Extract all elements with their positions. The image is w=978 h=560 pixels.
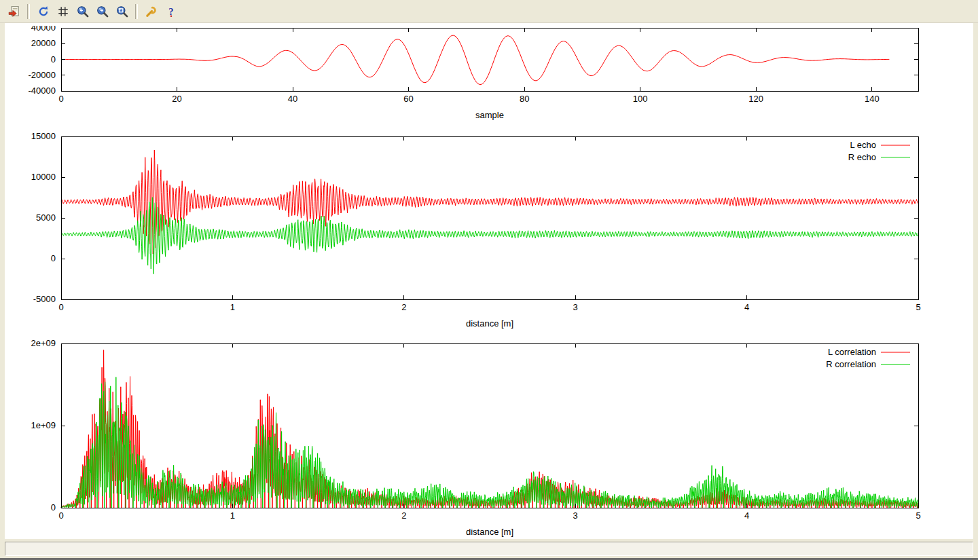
help-button[interactable]: ? (162, 2, 180, 20)
x-tick-label: 0 (58, 94, 63, 104)
replot-button[interactable] (34, 2, 52, 20)
echo-chart[interactable]: 012345-5000050001000015000distance [m]L … (5, 128, 973, 331)
legend-label: R echo (848, 152, 876, 162)
legend-label: R correlation (826, 359, 876, 369)
x-tick-label: 4 (744, 302, 749, 312)
plot-panel: 020406080100120140-40000-200000200004000… (5, 23, 973, 539)
zoom-next-button[interactable] (93, 2, 111, 20)
toggle-grid-button[interactable] (54, 2, 72, 20)
y-tick-label: 15000 (31, 131, 56, 141)
y-tick-label: 1e+09 (31, 420, 56, 430)
series-signal (61, 35, 889, 84)
x-tick-label: 60 (403, 94, 413, 104)
series-l-correlation (61, 350, 918, 508)
x-tick-label: 40 (288, 94, 297, 104)
zoom-previous-button[interactable] (73, 2, 92, 20)
x-tick-label: 5 (916, 302, 920, 312)
x-tick-label: 1 (230, 302, 235, 312)
y-tick-label: 40000 (31, 26, 56, 33)
autoscale-icon (116, 5, 128, 18)
grid-icon (57, 5, 69, 18)
x-tick-label: 80 (520, 94, 529, 104)
y-tick-label: -40000 (29, 86, 56, 96)
x-axis-label: distance [m] (466, 527, 513, 537)
correlation-chart[interactable]: 01234501e+092e+09distance [m]L correlati… (5, 331, 973, 539)
x-tick-label: 140 (865, 94, 880, 104)
y-tick-label: 5000 (36, 212, 56, 223)
zoom-next-icon (96, 5, 109, 18)
y-tick-label: 0 (51, 253, 56, 263)
series-r-correlation (61, 377, 918, 508)
series-l-echo (61, 150, 918, 254)
x-axis-label: sample (475, 110, 504, 120)
y-tick-label: 0 (51, 54, 56, 64)
toolbar-separator (27, 4, 30, 19)
x-tick-label: 100 (633, 94, 648, 104)
x-tick-label: 2 (401, 302, 406, 312)
x-tick-label: 0 (58, 302, 63, 312)
x-tick-label: 1 (230, 510, 235, 521)
x-tick-label: 20 (172, 94, 181, 104)
refresh-icon (37, 5, 50, 18)
zoom-previous-icon (77, 5, 89, 18)
help-icon: ? (165, 5, 177, 18)
x-tick-label: 3 (573, 510, 578, 521)
y-tick-label: 20000 (31, 38, 56, 48)
wrench-icon (145, 5, 158, 18)
legend-label: L correlation (828, 347, 876, 357)
y-tick-label: -20000 (29, 70, 56, 80)
x-axis-label: distance [m] (466, 318, 513, 329)
autoscale-button[interactable] (113, 2, 131, 20)
svg-text:?: ? (168, 5, 173, 16)
toolbar-separator (135, 4, 138, 19)
toolbar: ? (0, 0, 978, 23)
configure-button[interactable] (142, 2, 160, 20)
legend-label: L echo (850, 140, 876, 150)
x-tick-label: 2 (401, 510, 406, 521)
signal-chart[interactable]: 020406080100120140-40000-200000200004000… (5, 26, 973, 128)
y-tick-label: 0 (51, 502, 56, 512)
copy-icon (8, 5, 20, 18)
plot-border (61, 343, 918, 508)
status-text (5, 542, 973, 556)
x-tick-label: 5 (916, 510, 920, 521)
plot-border (61, 136, 918, 299)
x-tick-label: 0 (58, 510, 63, 521)
status-bar (0, 539, 978, 558)
x-tick-label: 120 (748, 94, 763, 104)
y-tick-label: 2e+09 (31, 338, 56, 348)
y-tick-label: 10000 (31, 172, 56, 182)
x-tick-label: 4 (744, 510, 749, 521)
copy-to-clipboard-button[interactable] (5, 2, 23, 20)
x-tick-label: 3 (573, 302, 578, 312)
y-tick-label: -5000 (33, 294, 56, 304)
